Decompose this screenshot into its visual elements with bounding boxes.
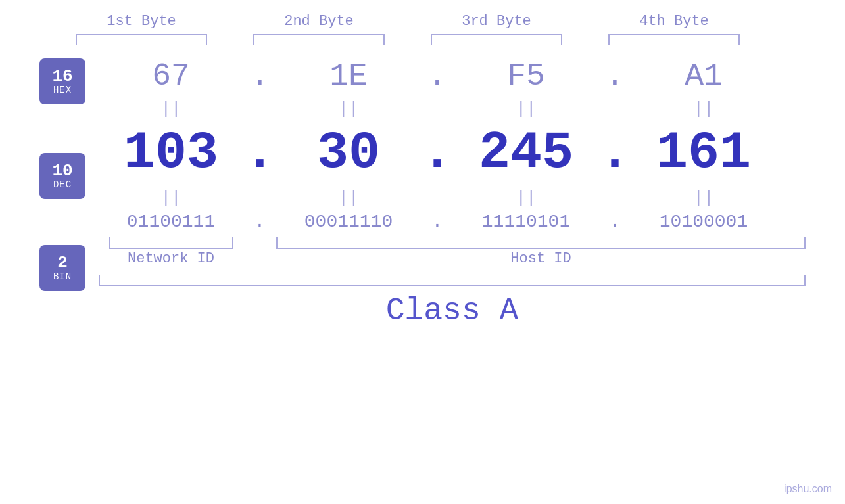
bracket-host — [276, 237, 806, 249]
bin-badge: 2 BIN — [39, 245, 85, 291]
bottom-brackets-row — [99, 237, 806, 249]
main-container: 1st Byte 2nd Byte 3rd Byte 4th Byte 16 — [0, 0, 845, 504]
byte-label-2: 2nd Byte — [247, 13, 391, 30]
base-labels-column: 16 HEX 10 DEC 2 BIN — [39, 52, 85, 331]
dec-badge: 10 DEC — [39, 153, 85, 199]
hex-byte-1: 67 — [105, 58, 237, 94]
hex-byte-4: A1 — [638, 58, 769, 94]
bracket-top-2 — [253, 34, 385, 45]
dec-byte-1: 103 — [105, 123, 237, 183]
class-section: Class A — [99, 275, 806, 329]
dec-byte-3: 245 — [460, 123, 592, 183]
hex-row: 67 . 1E . F5 . A1 — [99, 58, 806, 94]
bracket-network — [109, 237, 233, 249]
bin-byte-1: 01100111 — [105, 212, 237, 232]
host-id-label: Host ID — [510, 250, 571, 267]
bin-byte-4: 10100001 — [638, 212, 769, 232]
bracket-top-1 — [76, 34, 207, 45]
hex-badge: 16 HEX — [39, 58, 85, 104]
hex-byte-2: 1E — [283, 58, 414, 94]
bracket-top-4 — [608, 34, 740, 45]
equals-row-2: || || || || — [99, 188, 806, 208]
watermark: ipshu.com — [784, 483, 832, 495]
class-label: Class A — [386, 293, 519, 329]
byte-label-1: 1st Byte — [69, 13, 214, 30]
network-id-label: Network ID — [128, 250, 214, 267]
byte-label-3: 3rd Byte — [424, 13, 569, 30]
dec-byte-2: 30 — [283, 123, 414, 183]
bin-byte-2: 00011110 — [283, 212, 414, 232]
bracket-class — [99, 275, 806, 286]
byte-label-4: 4th Byte — [602, 13, 746, 30]
bracket-top-3 — [431, 34, 562, 45]
hex-byte-3: F5 — [460, 58, 592, 94]
dec-row: 103 . 30 . 245 . 161 — [99, 123, 806, 183]
id-labels-row: Network ID Host ID — [99, 250, 806, 267]
bin-row: 01100111 . 00011110 . 11110101 . 1010000… — [99, 212, 806, 232]
bin-byte-3: 11110101 — [460, 212, 592, 232]
values-grid: 67 . 1E . F5 . A1 || || || || 103 — [99, 58, 806, 329]
dec-byte-4: 161 — [638, 123, 769, 183]
equals-row-1: || || || || — [99, 99, 806, 119]
